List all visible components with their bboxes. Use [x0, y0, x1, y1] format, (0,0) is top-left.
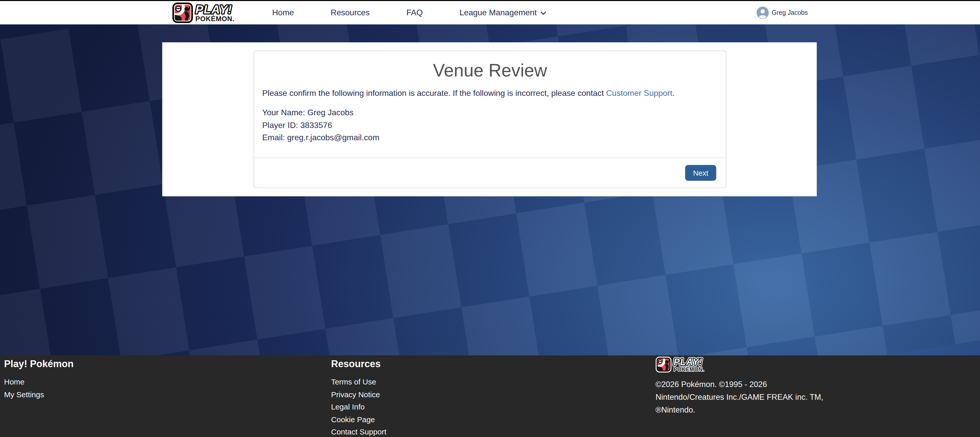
venue-card: Venue Review Please confirm the followin… — [162, 42, 817, 196]
page: PLAY! POKÉMON. Home Resources FAQ League… — [0, 0, 980, 437]
customer-support-link[interactable]: Customer Support — [606, 89, 672, 97]
footer-column-resources: Resources Terms of Use Privacy Notice Le… — [331, 355, 387, 437]
copyright-line-3: ®Nintendo. — [655, 404, 844, 416]
footer-brand-pokemon-text: POKÉMON. — [674, 366, 704, 372]
league-management-label: League Management — [460, 8, 536, 17]
play-pokemon-footer-logo-icon: PLAY! PLAY! POKÉMON. — [655, 356, 719, 373]
footer-link-home[interactable]: Home — [4, 376, 73, 388]
footer-column-play-pokemon: Play! Pokémon Home My Settings — [4, 355, 73, 401]
panel-footer: Next — [254, 157, 726, 188]
nav-dropdown-league-management[interactable]: League Management — [460, 8, 546, 17]
next-button[interactable]: Next — [685, 165, 716, 181]
brand-play-text: PLAY! — [195, 3, 232, 16]
confirm-message-prefix: Please confirm the following information… — [262, 89, 606, 97]
venue-review-panel: Venue Review Please confirm the followin… — [253, 51, 727, 188]
player-name-line: Your Name: Greg Jacobs — [262, 106, 718, 119]
footer-link-my-settings[interactable]: My Settings — [4, 388, 73, 401]
footer-link-cookie-page[interactable]: Cookie Page — [331, 413, 387, 426]
user-name: Greg Jacobs — [772, 9, 808, 16]
nav-item-home[interactable]: Home — [272, 8, 294, 17]
play-pokemon-logo-icon: PLAY! POKÉMON. — [172, 2, 253, 23]
nav-item-faq-label: FAQ — [406, 8, 423, 17]
copyright-line-1: ©2026 Pokémon. ©1995 - 2026 — [655, 378, 844, 391]
main-content: Venue Review Please confirm the followin… — [0, 24, 980, 355]
footer-link-contact-support[interactable]: Contact Support — [331, 426, 387, 437]
footer-link-privacy-notice[interactable]: Privacy Notice — [331, 388, 387, 401]
play-pokemon-logo[interactable]: PLAY! POKÉMON. — [172, 2, 253, 23]
chevron-down-icon — [540, 11, 546, 15]
footer-column-legal: PLAY! PLAY! POKÉMON. ©2026 Pokémon. ©199… — [655, 355, 844, 416]
player-info: Your Name: Greg Jacobs Player ID: 383357… — [262, 106, 718, 144]
footer-link-terms-of-use[interactable]: Terms of Use — [331, 376, 387, 388]
nav-item-resources[interactable]: Resources — [331, 8, 370, 17]
player-email-line: Email: greg.r.jacobs@gmail.com — [262, 132, 718, 144]
nav-item-resources-label: Resources — [331, 8, 370, 17]
brand-pokemon-text: POKÉMON. — [195, 14, 234, 22]
page-footer: Play! Pokémon Home My Settings Resources… — [0, 355, 980, 437]
user-menu[interactable]: Greg Jacobs — [756, 6, 808, 19]
confirm-message: Please confirm the following information… — [262, 88, 718, 99]
confirm-message-suffix: . — [672, 89, 675, 97]
top-navbar: PLAY! POKÉMON. Home Resources FAQ League… — [0, 0, 980, 24]
footer-brand-play-text: PLAY! — [674, 357, 703, 367]
copyright-text: ©2026 Pokémon. ©1995 - 2026 Nintendo/Cre… — [655, 378, 844, 416]
nav-item-faq[interactable]: FAQ — [406, 8, 423, 17]
footer-link-legal-info[interactable]: Legal Info — [331, 401, 387, 413]
nav-item-home-label: Home — [272, 8, 294, 17]
footer-col2-title: Resources — [331, 359, 387, 370]
page-title: Venue Review — [262, 60, 718, 81]
copyright-line-2: Nintendo/Creatures Inc./GAME FREAK inc. … — [655, 391, 844, 404]
footer-col1-title: Play! Pokémon — [4, 359, 73, 370]
user-avatar-icon — [756, 6, 768, 19]
main-nav: Home Resources FAQ League Management — [272, 8, 546, 17]
player-id-line: Player ID: 3833576 — [262, 119, 718, 132]
